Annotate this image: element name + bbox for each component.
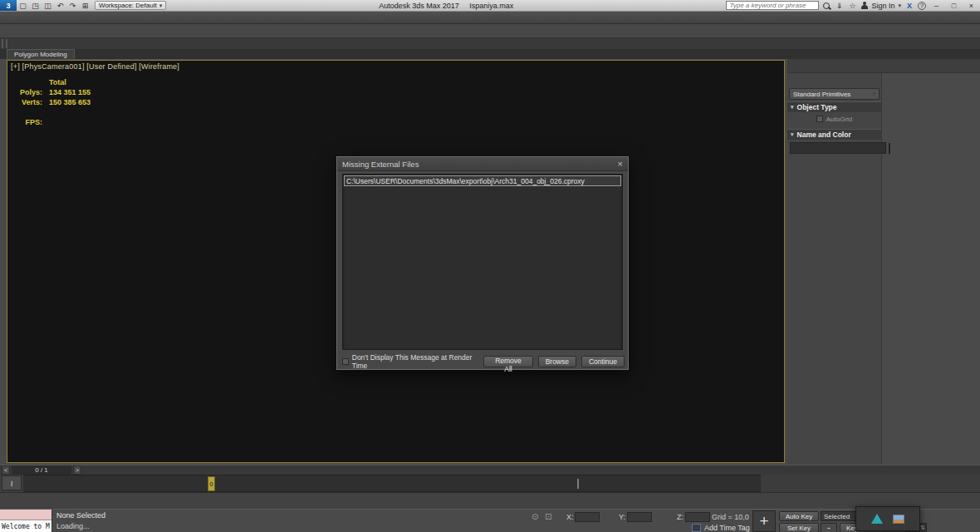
- lower-toolbar: [0, 492, 980, 509]
- quick-access-toolbar: ▢◳◫↶↷⊞: [17, 1, 91, 11]
- status-bar: Welcome to M None Selected Loading... ⊙ …: [0, 509, 980, 532]
- missing-files-list[interactable]: C:\Users\USER\Documents\3dsMax\export\ob…: [342, 174, 623, 350]
- dialog-title: Missing External Files: [342, 160, 419, 169]
- ribbon-panel-row: Polygon Modeling: [0, 49, 980, 59]
- tab-polygon-modeling[interactable]: Polygon Modeling: [7, 49, 75, 59]
- rollout-triangle-icon: ▾: [791, 131, 794, 138]
- frame-counter-field[interactable]: 0 / 1: [12, 466, 71, 475]
- object-type-rollout-header[interactable]: ▾ Object Type: [787, 101, 881, 112]
- name-color-title: Name and Color: [797, 131, 851, 139]
- dont-display-checkbox[interactable]: [342, 358, 349, 365]
- autogrid-checkbox[interactable]: [816, 116, 823, 122]
- stats-verts-value: 150 385 653: [49, 97, 91, 107]
- autodesk-logo-icon[interactable]: [871, 514, 883, 524]
- continue-button[interactable]: Continue: [581, 356, 625, 367]
- time-slider[interactable]: 0: [208, 476, 215, 491]
- set-key-filters-icon[interactable]: ⌁: [821, 523, 837, 532]
- track-end-tick: [577, 479, 579, 489]
- browse-button[interactable]: Browse: [538, 356, 576, 367]
- sign-in-chevron-icon[interactable]: ▾: [898, 2, 901, 9]
- add-time-tag-button[interactable]: Add Time Tag: [704, 524, 750, 532]
- autogrid-label: AutoGrid: [826, 116, 853, 123]
- x-label: X:: [566, 513, 574, 521]
- user-icon: [860, 2, 868, 10]
- window-title: Autodesk 3ds Max 2017 Ispaniya.max: [166, 2, 726, 10]
- x-coordinate-field[interactable]: [575, 512, 600, 522]
- project-folder-icon[interactable]: ⊞: [79, 1, 91, 11]
- restore-button[interactable]: □: [947, 2, 961, 10]
- open-file-icon[interactable]: ◳: [29, 1, 42, 11]
- key-set-value: Selected: [824, 513, 850, 520]
- redo-small-icon[interactable]: ↷: [66, 1, 79, 11]
- stats-polys-value: 134 351 155: [49, 87, 91, 97]
- title-bar: 3 ▢◳◫↶↷⊞ Workspace: Default ▾ Autodesk 3…: [0, 0, 980, 12]
- workspace-label: Workspace: Default: [99, 2, 157, 9]
- main-toolbar: [0, 24, 980, 38]
- name-color-rollout-header[interactable]: ▾ Name and Color: [787, 129, 881, 140]
- set-key-button[interactable]: Set Key: [779, 523, 819, 532]
- dont-display-label: Don't Display This Message at Render Tim…: [352, 353, 484, 370]
- missing-files-dialog: Missing External Files × C:\Users\USER\D…: [336, 156, 629, 370]
- viewport-statistics: Total Polys:134 351 155 Verts:150 385 65…: [14, 77, 91, 127]
- selection-lock-toggle-button[interactable]: +: [752, 510, 776, 532]
- exchange-apps-icon[interactable]: X: [904, 2, 914, 10]
- absolute-offset-mode-icon[interactable]: ⊡: [545, 512, 551, 521]
- minimize-button[interactable]: –: [929, 2, 943, 10]
- z-coordinate-field[interactable]: [685, 512, 710, 522]
- help-icon[interactable]: ?: [918, 2, 926, 10]
- new-scene-icon[interactable]: ▢: [17, 1, 29, 11]
- notification-popup: [855, 506, 920, 531]
- dialog-close-button[interactable]: ×: [618, 160, 623, 169]
- stats-total-label: Total: [49, 77, 66, 87]
- search-input[interactable]: [726, 1, 819, 10]
- viewport-label[interactable]: [+] [PhysCamera001] [User Defined] [Wire…: [11, 62, 179, 71]
- mini-curve-editor-button[interactable]: ≀: [2, 475, 22, 490]
- primitive-category-dropdown[interactable]: Standard Primitives ▾: [789, 88, 880, 100]
- stats-fps-label: FPS:: [14, 117, 42, 127]
- y-coordinate-field[interactable]: [627, 512, 652, 522]
- close-button[interactable]: ×: [964, 2, 978, 10]
- 3dsmax-logo-icon[interactable]: 3: [0, 0, 17, 11]
- time-tag-icon: [692, 524, 701, 532]
- workspace-dropdown[interactable]: Workspace: Default ▾: [95, 1, 166, 10]
- app-title: Autodesk 3ds Max 2017: [379, 2, 459, 10]
- sign-in-button[interactable]: Sign In: [871, 2, 894, 10]
- rendering-thumbnail-icon[interactable]: [893, 515, 904, 524]
- stats-verts-label: Verts:: [14, 97, 42, 107]
- object-name-field[interactable]: [790, 142, 886, 154]
- save-file-icon[interactable]: ◫: [42, 1, 54, 11]
- auto-key-button[interactable]: Auto Key: [779, 511, 819, 521]
- dialog-footer: Don't Display This Message at Render Tim…: [342, 355, 625, 367]
- listener-pane[interactable]: Welcome to M: [0, 520, 51, 532]
- maxscript-mini-listener: Welcome to M: [0, 510, 52, 532]
- primitive-buttons: [787, 124, 881, 127]
- y-label: Y:: [619, 513, 625, 521]
- prompt-area: None Selected Loading...: [56, 510, 105, 532]
- isolate-selection-toggle-icon[interactable]: ⊙: [532, 512, 538, 521]
- name-color-rollout: ▾ Name and Color: [787, 129, 881, 156]
- ribbon-grip[interactable]: [2, 39, 7, 48]
- communication-center-icon[interactable]: ⇓: [834, 2, 844, 10]
- search-icon[interactable]: [822, 2, 831, 10]
- next-frame-button[interactable]: >: [73, 466, 81, 475]
- previous-frame-button[interactable]: <: [2, 466, 10, 475]
- stats-polys-label: Polys:: [14, 87, 42, 97]
- category-value: Standard Primitives: [793, 91, 850, 98]
- grid-size-label: Grid = 10,0: [712, 513, 749, 521]
- command-panel-tabs: [787, 59, 980, 73]
- missing-file-path[interactable]: C:\Users\USER\Documents\3dsMax\export\ob…: [344, 175, 621, 186]
- rollout-triangle-icon: ▾: [791, 104, 794, 111]
- file-title: Ispaniya.max: [469, 2, 513, 10]
- track-bar[interactable]: 0: [23, 475, 761, 492]
- macro-recorder-pane[interactable]: [0, 510, 51, 520]
- remove-all-button[interactable]: Remove All: [483, 356, 532, 367]
- status-line: None Selected: [56, 510, 105, 521]
- ribbon-tabs: [0, 38, 980, 49]
- undo-small-icon[interactable]: ↶: [54, 1, 66, 11]
- titlebar-right: ⇓ ☆ Sign In ▾ X ? – □ ×: [726, 1, 980, 10]
- menu-bar: [0, 12, 980, 24]
- dialog-title-bar[interactable]: Missing External Files ×: [337, 157, 628, 171]
- favorites-star-icon[interactable]: ☆: [847, 2, 857, 10]
- object-color-swatch[interactable]: [889, 143, 890, 154]
- app-window: 3 ▢◳◫↶↷⊞ Workspace: Default ▾ Autodesk 3…: [0, 0, 980, 532]
